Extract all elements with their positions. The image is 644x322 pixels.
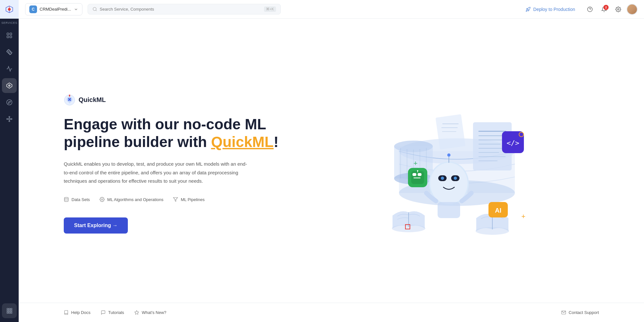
svg-point-5 (8, 51, 11, 53)
sidebar-item-pipeline[interactable] (2, 78, 17, 93)
svg-rect-77 (412, 173, 416, 176)
search-icon (92, 7, 97, 12)
service-selector[interactable]: C CRMDealPredi... (25, 3, 82, 15)
svg-rect-22 (9, 310, 10, 311)
footer-link-help[interactable]: Help Docs (64, 310, 90, 315)
service-name: CRMDealPredi... (40, 7, 71, 12)
svg-point-31 (618, 8, 619, 10)
svg-text:</>: </> (507, 139, 519, 147)
feature-tag-datasets: Data Sets (64, 197, 90, 202)
footer-contact-support[interactable]: Contact Support (561, 310, 599, 315)
svg-rect-19 (9, 308, 10, 310)
topbar: C CRMDealPredi... ⌘+K Deploy to (19, 0, 644, 19)
footer-link-help-label: Help Docs (71, 310, 90, 315)
notifications-button[interactable]: 2 (598, 4, 610, 15)
sidebar-nav (0, 26, 19, 303)
svg-marker-88 (135, 310, 139, 314)
sidebar-services-label: Services (0, 19, 18, 26)
search-bar[interactable]: ⌘+K (88, 4, 281, 14)
settings-button[interactable] (612, 4, 624, 15)
svg-point-34 (69, 95, 71, 96)
avatar[interactable] (627, 4, 638, 15)
sidebar-item-explore[interactable] (2, 95, 17, 110)
hero-description: QuickML enables you to develop, test, an… (64, 160, 251, 185)
svg-rect-23 (11, 310, 12, 311)
svg-point-6 (9, 85, 10, 87)
feature-tag-pipelines: ML Pipelines (173, 197, 204, 202)
avatar-image (627, 5, 637, 14)
star-icon (134, 310, 139, 315)
svg-rect-2 (10, 33, 12, 35)
footer-link-tutorials[interactable]: Tutorials (101, 310, 124, 315)
feature-tag-datasets-label: Data Sets (71, 197, 90, 202)
start-exploring-button[interactable]: Start Exploring → (64, 217, 128, 234)
deploy-to-production-button[interactable]: Deploy to Production (522, 5, 579, 14)
book-icon (64, 310, 69, 315)
hero-section: QuickML Engage with our no-code ML pipel… (19, 19, 644, 303)
svg-rect-78 (418, 173, 421, 176)
sidebar-grid-button[interactable] (2, 303, 17, 318)
footer-link-tutorials-label: Tutorials (108, 310, 124, 315)
svg-point-71 (447, 153, 450, 157)
feature-tags: Data Sets ML Algorithms and Operations (64, 197, 289, 202)
deploy-button-label: Deploy to Production (533, 7, 575, 12)
help-button[interactable] (584, 4, 596, 15)
cog-icon (99, 197, 105, 202)
footer-link-whats-new-label: What's New? (142, 310, 166, 315)
svg-text:+: + (521, 212, 526, 220)
svg-rect-24 (7, 312, 8, 313)
svg-point-7 (7, 100, 12, 105)
svg-marker-8 (8, 101, 10, 103)
hero-illustration: </> AI + (308, 80, 605, 248)
svg-point-81 (417, 170, 418, 171)
notification-badge: 2 (603, 5, 609, 10)
svg-marker-37 (174, 198, 178, 201)
search-input[interactable] (100, 7, 261, 12)
svg-point-69 (454, 177, 457, 180)
sidebar-bottom (2, 303, 17, 322)
feature-tag-algorithms: ML Algorithms and Operations (99, 197, 163, 202)
footer-contact-label: Contact Support (569, 310, 599, 315)
svg-point-65 (430, 163, 468, 204)
quickml-brand-text: QuickML (79, 96, 106, 104)
svg-rect-79 (413, 177, 421, 179)
footer-link-whats-new[interactable]: What's New? (134, 310, 166, 315)
svg-rect-60 (435, 114, 465, 149)
quickml-brand: QuickML (64, 94, 289, 106)
sidebar-item-data[interactable] (2, 61, 17, 76)
sidebar-item-dashboard[interactable] (2, 28, 17, 43)
rocket-icon (526, 7, 531, 12)
page-content: QuickML Engage with our no-code ML pipel… (19, 19, 644, 322)
filter-icon (173, 197, 178, 202)
svg-rect-1 (7, 33, 9, 35)
svg-text:+: + (413, 159, 418, 167)
svg-line-28 (96, 10, 97, 11)
search-shortcut: ⌘+K (264, 6, 276, 12)
sidebar-item-connect[interactable] (2, 112, 17, 126)
main-wrapper: C CRMDealPredi... ⌘+K Deploy to (19, 0, 644, 322)
sidebar-logo (0, 0, 19, 19)
svg-point-10 (9, 116, 10, 117)
feature-tag-algorithms-label: ML Algorithms and Operations (107, 197, 163, 202)
svg-rect-21 (7, 310, 8, 311)
start-exploring-label: Start Exploring → (74, 223, 118, 228)
hero-headline-suffix: ! (274, 133, 279, 150)
svg-point-13 (11, 118, 12, 119)
svg-point-11 (9, 121, 10, 122)
message-icon (561, 310, 566, 315)
svg-point-9 (9, 118, 10, 120)
svg-point-12 (7, 118, 8, 119)
sidebar-item-ml[interactable] (2, 45, 17, 60)
chevron-down-icon (74, 7, 78, 12)
svg-point-27 (93, 7, 96, 11)
svg-rect-25 (9, 312, 10, 313)
svg-point-0 (8, 8, 11, 11)
svg-rect-3 (7, 36, 9, 38)
gear-icon (615, 6, 621, 12)
hero-headline-highlight: QuickML (211, 133, 273, 150)
svg-point-35 (64, 197, 68, 198)
svg-rect-4 (10, 36, 12, 38)
hero-headline: Engage with our no-code ML pipeline buil… (64, 115, 289, 151)
service-letter: C (29, 5, 37, 13)
sidebar: Services (0, 0, 19, 322)
